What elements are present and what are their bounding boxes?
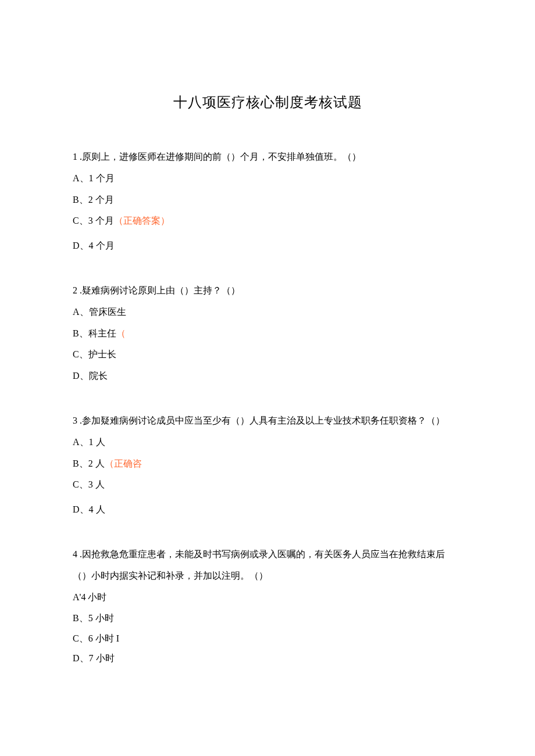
document-title: 十八项医疗核心制度考核试题	[73, 93, 462, 112]
question-3: 3 .参加疑难病例讨论成员中应当至少有（）人具有主治及以上专业技术职务任职资格？…	[73, 410, 462, 521]
question-1: 1 .原则上，进修医师在进修期间的前（）个月，不安排单独值班。（） A、1 个月…	[73, 146, 462, 257]
option-text: 4 人	[89, 504, 105, 514]
option-label: D、	[73, 653, 89, 663]
question-3-stem: 3 .参加疑难病例讨论成员中应当至少有（）人具有主治及以上专业技术职务任职资格？…	[73, 410, 462, 432]
option-label: A、	[73, 173, 89, 183]
option-label: A'	[73, 592, 81, 602]
question-3-option-c: C、3 人	[73, 474, 462, 496]
question-4: 4 .因抢救急危重症患者，未能及时书写病例或录入医嘱的，有关医务人员应当在抢救结…	[73, 544, 462, 668]
question-2-option-b: B、科主任（	[73, 323, 462, 345]
option-label: A、	[73, 437, 89, 447]
question-3-option-d: D、4 人	[73, 499, 462, 521]
option-text: 2 个月	[88, 195, 114, 205]
option-label: B、	[73, 613, 88, 623]
question-3-option-a: A、1 人	[73, 432, 462, 453]
option-label: B、	[73, 195, 88, 205]
question-2: 2 .疑难病例讨论原则上由（）主持？（） A、管床医生 B、科主任（ C、护士长…	[73, 280, 462, 387]
question-3-option-b: B、2 人（正确咨	[73, 453, 462, 475]
option-label: B、	[73, 328, 88, 338]
option-text: 4 小时	[81, 592, 106, 602]
question-1-stem: 1 .原则上，进修医师在进修期间的前（）个月，不安排单独值班。（）	[73, 146, 462, 168]
question-4-stem: 4 .因抢救急危重症患者，未能及时书写病例或录入医嘱的，有关医务人员应当在抢救结…	[73, 544, 462, 587]
option-label: C、	[73, 349, 88, 359]
option-label: B、	[73, 458, 88, 468]
option-text: 3 人	[88, 479, 105, 489]
option-label: D、	[73, 241, 89, 250]
question-2-option-c: C、护士长	[73, 344, 462, 366]
option-text: 5 小时	[88, 613, 114, 623]
option-label: D、	[73, 371, 89, 381]
option-label: C、	[73, 216, 88, 225]
option-text: 6 小时 I	[88, 633, 119, 643]
option-text: 院长	[89, 371, 108, 381]
option-annotation: （正确答案）	[114, 216, 170, 225]
option-text: 科主任	[88, 328, 116, 338]
question-2-stem: 2 .疑难病例讨论原则上由（）主持？（）	[73, 280, 462, 302]
option-annotation: （	[116, 328, 126, 338]
question-4-option-c: C、6 小时 I	[73, 629, 462, 648]
question-1-option-d: D、4 个月	[73, 235, 462, 257]
question-1-option-a: A、1 个月	[73, 168, 462, 189]
option-label: A、	[73, 307, 89, 317]
question-1-option-b: B、2 个月	[73, 189, 462, 211]
option-text: 护士长	[88, 349, 116, 359]
option-text: 1 人	[89, 437, 105, 447]
option-label: C、	[73, 479, 88, 489]
option-text: 1 个月	[89, 173, 115, 183]
option-text: 管床医生	[89, 307, 126, 317]
option-annotation: （正确咨	[105, 458, 142, 468]
question-1-option-c: C、3 个月（正确答案）	[73, 210, 462, 232]
option-text: 4 个月	[89, 241, 115, 250]
option-text: 3 个月	[88, 216, 114, 225]
question-2-option-a: A、管床医生	[73, 302, 462, 323]
option-label: C、	[73, 633, 88, 643]
option-text: 2 人	[88, 458, 105, 468]
option-text: 7 小时	[89, 653, 115, 663]
question-4-option-b: B、5 小时	[73, 608, 462, 629]
question-4-option-d: D、7 小时	[73, 649, 462, 668]
question-4-option-a: A'4 小时	[73, 587, 462, 608]
option-label: D、	[73, 504, 89, 514]
question-2-option-d: D、院长	[73, 366, 462, 387]
